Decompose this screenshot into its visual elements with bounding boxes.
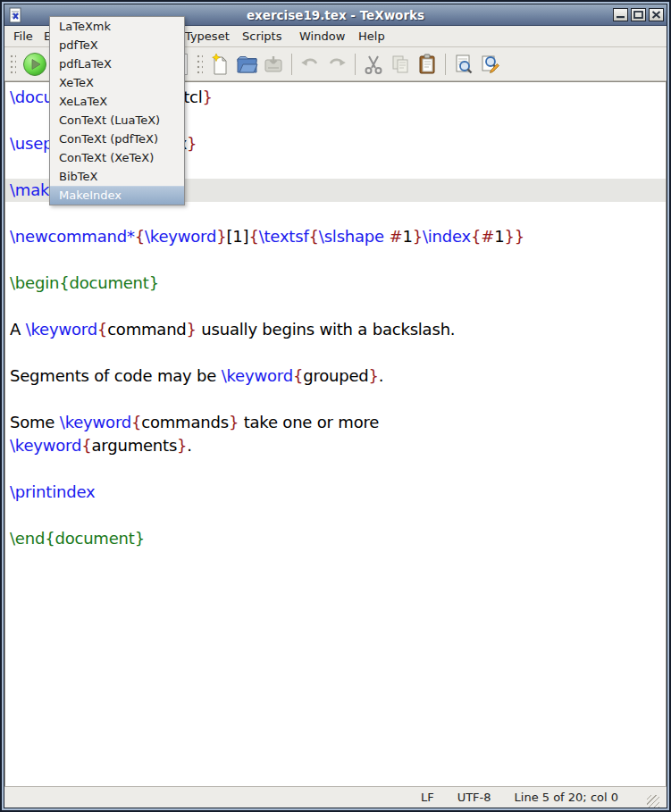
token-sp: #: [481, 227, 494, 246]
popup-item-context-xetex-[interactable]: ConTeXt (XeTeX): [50, 148, 184, 167]
popup-item-context-luatex-[interactable]: ConTeXt (LuaTeX): [50, 111, 184, 130]
token-cmd: \keyword: [10, 436, 81, 455]
save-button[interactable]: [260, 51, 287, 78]
token-cmd: \keyword: [222, 366, 293, 385]
token-sp: }: [177, 436, 187, 455]
code-line-20[interactable]: \end{document}: [10, 527, 666, 550]
cut-button[interactable]: [360, 51, 387, 78]
paste-button[interactable]: [414, 51, 440, 78]
token-sp: }}: [504, 227, 524, 246]
token-sp: }: [187, 320, 197, 339]
code-line-14[interactable]: [10, 388, 666, 411]
copy-button[interactable]: [387, 51, 414, 78]
resize-grip[interactable]: [647, 795, 659, 808]
token-txt: Some: [10, 413, 60, 431]
copy-icon: [390, 54, 411, 75]
encoding-indicator: UTF-8: [457, 791, 491, 804]
popup-item-pdflatex[interactable]: pdfLaTeX: [50, 54, 184, 73]
code-line-10[interactable]: [10, 295, 666, 318]
token-cmd: \keyword: [60, 413, 131, 431]
typeset-run-button[interactable]: [22, 52, 47, 77]
token-cmd: \printindex: [10, 482, 95, 501]
code-line-11[interactable]: A \keyword{command} usually begins with …: [10, 318, 666, 341]
token-cmd: \textsf: [259, 227, 309, 246]
token-sp: }: [203, 88, 213, 106]
popup-item-makeindex[interactable]: MakeIndex: [50, 186, 184, 205]
toolbar-separator: [445, 54, 446, 75]
replace-button[interactable]: [477, 51, 504, 78]
code-line-12[interactable]: [10, 341, 666, 364]
close-button[interactable]: [649, 8, 664, 21]
toolbar-grip-2[interactable]: [197, 54, 203, 74]
undo-button[interactable]: [297, 51, 323, 78]
texworks-window: exercise19.tex - TeXworks FileEditSearch…: [0, 0, 671, 812]
minimize-icon: [616, 11, 625, 19]
texworks-app-icon: [9, 7, 22, 23]
redo-button[interactable]: [323, 51, 350, 78]
token-sp: }: [216, 227, 226, 246]
token-sp: {: [471, 227, 481, 246]
code-line-16[interactable]: \keyword{arguments}.: [10, 434, 666, 457]
code-line-19[interactable]: [10, 504, 666, 527]
save-icon: [263, 54, 284, 75]
token-sp: #: [390, 227, 403, 246]
token-txt: [1]: [226, 227, 248, 246]
code-line-17[interactable]: [10, 457, 666, 481]
popup-item-latexmk[interactable]: LaTeXmk: [50, 17, 184, 36]
menu-help[interactable]: Help: [355, 29, 389, 44]
code-line-13[interactable]: Segments of code may be \keyword{grouped…: [10, 364, 666, 388]
token-txt: .: [187, 436, 192, 455]
popup-item-bibtex[interactable]: BibTeX: [50, 167, 184, 186]
toolbar-grip[interactable]: [10, 54, 16, 74]
code-line-18[interactable]: \printindex: [10, 481, 666, 504]
cursor-position-indicator: Line 5 of 20; col 0: [515, 791, 618, 804]
toolbar-separator: [355, 54, 356, 75]
find-icon: [453, 54, 474, 75]
token-txt: 1: [402, 227, 412, 246]
token-sp: {: [81, 436, 91, 455]
token-env: \begin{document}: [10, 273, 159, 292]
popup-item-pdftex[interactable]: pdfTeX: [50, 36, 184, 54]
new-document-icon: [209, 54, 231, 75]
token-txt: grouped: [303, 366, 368, 385]
window-controls: [613, 8, 664, 21]
popup-item-xelatex[interactable]: XeLaTeX: [50, 92, 184, 111]
token-txt: 1: [494, 227, 504, 246]
token-cmd: \slshape: [319, 227, 384, 246]
token-cmd: \keyword: [145, 227, 216, 246]
token-txt: take one or more: [239, 413, 379, 431]
token-sp: {: [135, 227, 145, 246]
popup-item-context-pdftex-[interactable]: ConTeXt (pdfTeX): [50, 130, 184, 148]
menu-typeset[interactable]: Typeset: [181, 29, 233, 44]
find-button[interactable]: [450, 51, 477, 78]
token-sp: {: [131, 413, 141, 431]
code-line-9[interactable]: \begin{document}: [10, 272, 666, 295]
token-cmd: \newcommand*: [10, 227, 135, 246]
new-document-button[interactable]: [206, 51, 233, 78]
maximize-icon: [633, 11, 643, 19]
cut-scissors-icon: [363, 54, 384, 75]
code-line-8[interactable]: [10, 248, 666, 272]
undo-icon: [299, 54, 321, 75]
token-sp: {: [293, 366, 303, 385]
minimize-button[interactable]: [613, 8, 628, 21]
menu-window[interactable]: Window: [296, 29, 348, 44]
token-txt: command: [107, 320, 186, 339]
token-cmd: \index: [423, 227, 471, 246]
token-txt: usually begins with a backslash.: [197, 320, 456, 339]
token-txt: A: [10, 320, 26, 339]
code-line-15[interactable]: Some \keyword{commands} take one or more: [10, 411, 666, 434]
statusbar: LF UTF-8 Line 5 of 20; col 0: [4, 786, 667, 808]
token-txt: arguments: [91, 436, 177, 455]
popup-item-xetex[interactable]: XeTeX: [50, 73, 184, 92]
token-sp: }: [413, 227, 423, 246]
token-sp: {: [248, 227, 258, 246]
menu-file[interactable]: File: [10, 29, 37, 44]
token-sp: }: [369, 366, 379, 385]
token-txt: Segments of code may be: [10, 366, 222, 385]
menu-scripts[interactable]: Scripts: [239, 29, 285, 44]
maximize-button[interactable]: [631, 8, 646, 21]
open-button[interactable]: [233, 51, 260, 78]
code-line-7[interactable]: \newcommand*{\keyword}[1]{\textsf{\slsha…: [10, 225, 666, 248]
token-sp: }: [229, 413, 239, 431]
